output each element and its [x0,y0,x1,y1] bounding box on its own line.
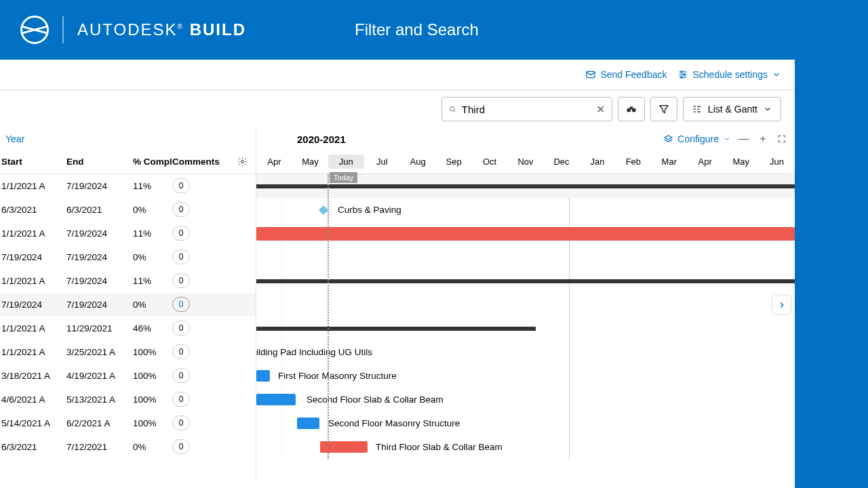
table-row[interactable]: 5/14/2021 A6/2/2021 A100%0 [0,411,256,435]
expand-icon [777,134,787,144]
scroll-right-button[interactable] [773,296,791,314]
gantt-row[interactable]: Second Floor Slab & Collar Beam [256,388,795,411]
page-title: Filter and Search [355,20,479,39]
task-label: First Floor Masonry Structure [278,371,397,381]
view-toggle[interactable]: List & Gantt [683,97,781,121]
top-actions-bar: Send Feedback Schedule settings [0,60,795,90]
chevron-down-icon [772,70,781,79]
task-label: Second Floor Masonry Structure [328,418,460,428]
month-cell[interactable]: Aug [400,157,436,167]
month-cell[interactable]: Jun [759,157,795,167]
timeline-title: 2020-2021 [297,134,346,145]
col-compl[interactable]: % Compl [133,157,172,167]
send-feedback-link[interactable]: Send Feedback [585,69,667,80]
svg-point-6 [681,77,683,79]
schedule-settings-link[interactable]: Schedule settings [677,69,781,80]
table-row[interactable]: 1/1/2021 A7/19/202411%0 [0,269,256,293]
table-row[interactable]: 1/1/2021 A7/19/202411%0 [0,174,256,198]
chevron-down-icon [763,104,772,114]
search-input[interactable] [462,104,591,115]
column-headers: Start End % Compl Comments [0,150,256,174]
layers-icon [663,134,673,144]
today-badge: Today [330,172,357,183]
chevron-down-icon [723,135,731,143]
autodesk-logo-icon [20,16,49,44]
gantt-row[interactable]: First Floor Masonry Structure [256,364,795,388]
gantt-row[interactable] [256,245,795,269]
month-cell[interactable]: Sep [436,157,472,167]
settings-label: Schedule settings [692,69,768,80]
svg-point-7 [450,106,454,110]
table-row[interactable]: 7/19/20247/19/20240%0 [0,245,256,269]
gantt-panel: 2020-2021 Configure — + AprMayJunJulAugS… [256,128,795,483]
month-cell[interactable]: Jul [364,157,400,167]
clear-search-icon[interactable]: ✕ [596,103,605,116]
month-cell[interactable]: May [723,157,759,167]
table-row[interactable]: 6/3/20216/3/20210%0 [0,198,256,222]
month-cell[interactable]: Dec [544,157,580,167]
gantt-row[interactable]: Third Floor Slab & Collar Beam [256,435,795,459]
search-box[interactable]: ✕ [441,97,612,121]
zoom-out-button[interactable]: — [738,133,750,145]
table-row[interactable]: 3/18/2021 A4/19/2021 A100%0 [0,364,256,388]
month-cell[interactable]: May [292,157,328,167]
expand-button[interactable] [776,133,788,145]
month-cell[interactable]: Apr [256,157,292,167]
col-comments[interactable]: Comments [172,157,226,167]
year-label[interactable]: Year [0,128,256,150]
table-row[interactable]: 1/1/2021 A3/25/2021 A100%0 [0,340,256,364]
today-line [328,174,329,459]
configure-button[interactable]: Configure [663,134,731,144]
filter-icon [658,103,670,115]
table-rows: 1/1/2021 A7/19/202411%06/3/20216/3/20210… [0,174,256,459]
gantt-row[interactable] [256,222,795,245]
month-cell[interactable]: Feb [615,157,651,167]
configure-label: Configure [677,134,719,144]
brand-name: AUTODESK® BUILD [77,20,246,39]
timeline-header: 2020-2021 Configure — + [256,128,795,150]
gantt-row[interactable]: Second Floor Masonry Structure [256,411,795,435]
mail-icon [585,69,596,80]
table-row[interactable]: 1/1/2021 A11/29/202146%0 [0,317,256,340]
gear-icon[interactable] [237,157,248,167]
month-cell[interactable]: Jan [579,157,615,167]
svg-rect-11 [630,106,633,109]
table-row[interactable]: 7/19/20247/19/20240%0 [0,293,256,317]
svg-point-4 [681,71,683,73]
search-icon [449,104,456,115]
main-panel: Send Feedback Schedule settings ✕ List &… [0,60,795,488]
gantt-row[interactable]: ilding Pad Including UG Utils [256,340,795,364]
task-label: Third Floor Slab & Collar Beam [376,442,502,452]
month-cell[interactable]: Apr [687,157,723,167]
month-header: AprMayJunJulAugSepOctNovDecJanFebMarAprM… [256,150,795,174]
gantt-row[interactable] [256,293,795,317]
table-row[interactable]: 6/3/20217/12/20210%0 [0,435,256,459]
feedback-label: Send Feedback [600,69,667,80]
month-cell[interactable]: Nov [508,157,544,167]
content-area: Year Start End % Compl Comments 1/1/2021… [0,128,795,483]
view-label: List & Gantt [708,104,757,115]
toolbar: ✕ List & Gantt [0,90,795,128]
gantt-row[interactable] [256,269,795,293]
month-cell[interactable]: Jun [328,155,364,169]
table-row[interactable]: 1/1/2021 A7/19/202411%0 [0,222,256,245]
task-label: Curbs & Paving [338,205,401,215]
col-end[interactable]: End [66,157,133,167]
gantt-body: Today Curbs & Paving [256,174,795,459]
filter-button[interactable] [650,97,677,121]
brand-suffix: BUILD [190,20,246,39]
zoom-in-button[interactable]: + [757,133,769,145]
chevron-right-icon [777,300,787,310]
binoculars-icon [625,103,637,115]
col-start[interactable]: Start [0,157,66,167]
table-row[interactable]: 4/6/2021 A5/13/2021 A100%0 [0,388,256,411]
month-cell[interactable]: Mar [651,157,687,167]
binoculars-button[interactable] [618,97,645,121]
month-cell[interactable]: Oct [472,157,508,167]
table-panel: Year Start End % Compl Comments 1/1/2021… [0,128,256,483]
settings-sliders-icon [677,69,688,80]
list-gantt-icon [692,104,703,115]
gantt-row[interactable] [256,317,795,340]
svg-line-8 [454,110,455,112]
gantt-row[interactable]: Curbs & Paving [256,198,795,222]
